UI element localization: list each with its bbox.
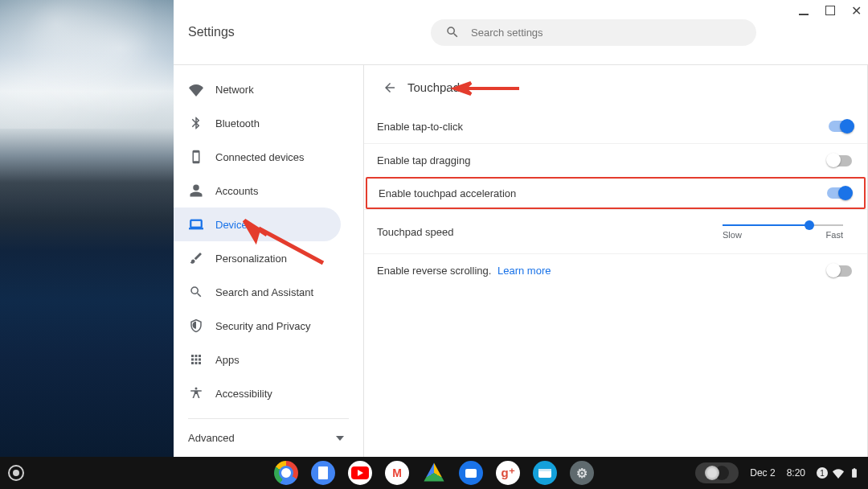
phone-icon	[188, 149, 204, 165]
bluetooth-icon	[188, 115, 204, 131]
speed-max-label: Fast	[826, 230, 843, 240]
tap-dragging-toggle[interactable]	[829, 155, 852, 166]
shelf-time[interactable]: 8:20	[787, 467, 805, 479]
wifi-icon	[188, 81, 204, 97]
search-settings[interactable]	[431, 19, 756, 46]
sidebar-item-connected-devices[interactable]: Connected devices	[174, 140, 341, 174]
accessibility-icon	[188, 385, 204, 401]
app-icon-gplus[interactable]: g⁺	[496, 461, 520, 485]
user-avatars[interactable]	[695, 462, 739, 483]
touchpad-speed-label: Touchpad speed	[377, 226, 453, 238]
battery-status-icon	[849, 467, 860, 479]
touchpad-acceleration-row: Enable touchpad acceleration	[366, 177, 866, 209]
sidebar-item-apps[interactable]: Apps	[174, 343, 341, 376]
sidebar-item-accessibility[interactable]: Accessibility	[174, 376, 341, 410]
sidebar-item-bluetooth[interactable]: Bluetooth	[174, 106, 341, 140]
laptop-icon	[188, 216, 204, 232]
search-icon	[188, 284, 204, 300]
reverse-scrolling-toggle[interactable]	[829, 265, 852, 277]
touchpad-acceleration-toggle[interactable]	[827, 187, 850, 199]
tap-to-click-label: Enable tap-to-click	[377, 121, 463, 133]
sidebar-item-label: Connected devices	[215, 151, 341, 163]
wifi-status-icon	[833, 467, 844, 479]
reverse-scrolling-label: Enable reverse scrolling. Learn more	[377, 265, 551, 277]
app-title: Settings	[188, 25, 361, 39]
learn-more-link[interactable]: Learn more	[497, 265, 551, 277]
app-icon-docs[interactable]	[311, 461, 335, 485]
advanced-label: Advanced	[188, 432, 235, 444]
search-input[interactable]	[471, 27, 742, 39]
wallpaper-decoration	[0, 0, 174, 129]
app-icon-settings[interactable]	[570, 461, 594, 485]
advanced-toggle[interactable]: Advanced	[188, 418, 349, 447]
sidebar-item-label: Search and Assistant	[215, 286, 341, 298]
sidebar-item-label: Device	[215, 219, 341, 231]
status-tray[interactable]: 1	[817, 467, 860, 479]
settings-window: ✕ Settings Network	[174, 0, 868, 457]
page-title: Touchpad	[407, 80, 460, 94]
app-icon-gmail[interactable]: M	[385, 461, 409, 485]
sidebar-item-personalization[interactable]: Personalization	[174, 241, 341, 275]
sidebar-item-network[interactable]: Network	[174, 72, 341, 106]
sidebar-item-security-and-privacy[interactable]: Security and Privacy	[174, 309, 341, 343]
paint-icon	[188, 250, 204, 266]
touchpad-acceleration-label: Enable touchpad acceleration	[379, 187, 516, 199]
app-icon-drive[interactable]	[422, 461, 446, 485]
sidebar-item-accounts[interactable]: Accounts	[174, 174, 341, 208]
shelf: M g⁺ Dec 2 8:20 1	[0, 457, 868, 489]
sidebar-item-device[interactable]: Device	[174, 208, 341, 241]
app-icon-youtube[interactable]	[348, 461, 372, 485]
sidebar-item-search-and-assistant[interactable]: Search and Assistant	[174, 275, 341, 309]
sidebar-item-label: Personalization	[215, 253, 341, 265]
sidebar-item-label: Accessibility	[215, 388, 341, 400]
sidebar-item-label: Network	[215, 84, 341, 96]
shelf-apps: M g⁺	[274, 461, 594, 485]
close-button[interactable]: ✕	[849, 3, 863, 18]
sidebar-item-label: Accounts	[215, 185, 341, 197]
sidebar-item-label: Apps	[215, 354, 341, 366]
apps-icon	[188, 351, 204, 368]
launcher-button[interactable]	[8, 465, 24, 481]
app-icon-messages[interactable]	[459, 461, 483, 485]
arrow-left-icon	[383, 80, 397, 95]
window-controls: ✕	[797, 3, 863, 18]
app-icon-files[interactable]	[533, 461, 557, 485]
search-icon	[445, 25, 460, 39]
tap-dragging-label: Enable tap dragging	[377, 154, 470, 166]
settings-content: Touchpad Enable tap-to-click Enable tap …	[364, 65, 868, 457]
settings-nav: Network Bluetooth Connected devices	[174, 65, 364, 457]
person-icon	[188, 183, 204, 199]
app-icon-chrome[interactable]	[274, 461, 298, 485]
chevron-down-icon	[336, 436, 344, 441]
shield-icon	[188, 318, 204, 334]
notification-badge: 1	[817, 467, 828, 479]
shelf-date[interactable]: Dec 2	[750, 467, 775, 479]
maximize-button[interactable]	[823, 3, 837, 18]
tap-to-click-toggle[interactable]	[829, 121, 852, 132]
sidebar-item-label: Bluetooth	[215, 117, 341, 129]
sidebar-item-label: Security and Privacy	[215, 320, 341, 332]
touchpad-speed-slider[interactable]	[723, 224, 843, 226]
minimize-button[interactable]	[797, 3, 812, 18]
back-button[interactable]	[382, 80, 398, 96]
speed-min-label: Slow	[723, 230, 742, 240]
desktop-wallpaper	[0, 0, 174, 457]
